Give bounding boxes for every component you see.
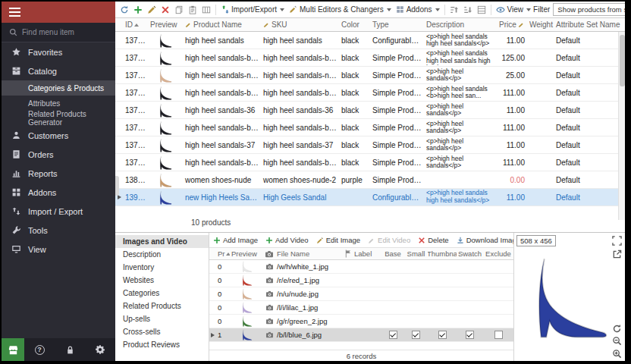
column-header-preview[interactable]: Preview (148, 20, 183, 29)
add-video-button[interactable]: Add Video (262, 233, 312, 247)
column-header-type[interactable]: Type (370, 20, 424, 29)
product-row[interactable]: 13817 women shoes-nude women shoes-nude-… (115, 171, 625, 189)
product-row[interactable]: 13738 high heel sandals-black-37 high he… (115, 119, 625, 136)
edit-product-button[interactable] (145, 4, 159, 16)
sidebar-item-favorites[interactable]: Favorites (2, 42, 115, 61)
columns-button[interactable] (199, 4, 213, 16)
product-row[interactable]: 13740 high heel sandals-black-38 high he… (115, 154, 625, 171)
column-header-price[interactable]: Price (497, 20, 527, 29)
copy-button[interactable] (172, 4, 186, 16)
sidebar-subitem-related-products-generator[interactable]: Related Products Generator (2, 111, 115, 126)
product-row[interactable]: 13736 high heel sandals-black-36 high he… (115, 84, 625, 102)
sort-descending-button[interactable] (461, 4, 475, 16)
product-row[interactable]: 13739 high heel sandals-37 high heel san… (115, 136, 625, 154)
sidebar-item-catalog[interactable]: Catalog (2, 61, 115, 80)
sidebar-item-orders[interactable]: Orders (2, 145, 115, 164)
add-image-button[interactable]: Add Image (209, 233, 262, 247)
column-header-image-preview[interactable]: Preview (230, 249, 263, 258)
help-button[interactable]: ? (28, 338, 51, 361)
scrollbar-thumb[interactable] (620, 35, 625, 86)
settings-gear-icon[interactable] (89, 338, 111, 361)
sort-ascending-button[interactable] (447, 4, 461, 16)
multi-editors-menu[interactable]: Multi Editors & Changers (287, 4, 394, 15)
sidebar-subitem-categories-products[interactable]: Categories & Products (2, 80, 115, 96)
column-header-description[interactable]: Description (424, 20, 497, 29)
refresh-button[interactable] (118, 4, 131, 16)
category-filter-select[interactable]: Show products from selected categories (553, 3, 625, 16)
column-header-id[interactable]: ID (123, 20, 148, 29)
product-sku: high heel sandals (261, 36, 339, 45)
image-row[interactable]: 1 /b/l/blue_6.jpg (209, 328, 513, 342)
fit-screen-icon[interactable] (612, 236, 622, 246)
column-header-color[interactable]: Color (339, 20, 370, 29)
sidebar-item-import-export[interactable]: Import / Export (2, 202, 115, 221)
sidebar-item-reports[interactable]: Reports (2, 164, 115, 183)
import-export-menu[interactable]: Import/Export (218, 4, 287, 15)
addons-menu[interactable]: Addons (394, 4, 442, 15)
tab-categories[interactable]: Categories (115, 287, 209, 300)
delete-product-button[interactable] (159, 4, 172, 16)
column-header-product-name[interactable]: Product Name (183, 20, 261, 29)
sidebar-item-customers[interactable]: Customers (2, 126, 115, 145)
small-checkbox[interactable] (412, 331, 420, 339)
image-thumbnail (230, 329, 263, 340)
tab-description[interactable]: Description (115, 248, 209, 261)
thumbnail-checkbox[interactable] (438, 331, 447, 339)
column-header-base[interactable]: Base (381, 249, 404, 258)
sidebar-subitem-attributes[interactable]: Attributes (2, 96, 115, 111)
product-row[interactable]: 13733 high heel sandals-nude high heel s… (115, 67, 625, 84)
column-header-attribute-set[interactable]: Attribute Set Name (554, 20, 625, 29)
sidebar-item-tools[interactable]: Tools (2, 221, 115, 240)
tab-inventory[interactable]: Inventory (115, 261, 209, 274)
column-header-weight[interactable]: Weight (527, 20, 554, 29)
hamburger-menu-icon[interactable] (9, 5, 20, 19)
zoom-in-icon[interactable] (612, 349, 622, 359)
column-header-thumbnail[interactable]: Thumbna (428, 249, 457, 258)
add-product-button[interactable] (131, 4, 145, 16)
sidebar-item-addons[interactable]: Addons (2, 183, 115, 202)
tab-websites[interactable]: Websites (115, 274, 209, 287)
column-header-small[interactable]: Small (404, 249, 428, 258)
view-menu[interactable]: View (494, 4, 534, 16)
open-external-icon[interactable] (612, 249, 622, 259)
product-row[interactable]: 13731 high heel sandals high heel sandal… (115, 32, 625, 49)
edit-image-button[interactable]: Edit Image (312, 233, 364, 247)
lock-icon[interactable] (58, 338, 81, 361)
column-header-position[interactable]: Pr (216, 249, 230, 258)
column-header-swatch[interactable]: Swatch (457, 249, 483, 258)
exclude-checkbox[interactable] (494, 331, 503, 339)
download-image-button[interactable]: Download Image (453, 233, 513, 247)
base-checkbox[interactable] (389, 331, 397, 339)
product-row[interactable]: 13931 new High Heels Sandals High Geels … (115, 189, 625, 206)
menu-search-input[interactable] (22, 28, 98, 36)
tab-up-sells[interactable]: Up-sells (115, 312, 209, 325)
tab-related-products[interactable]: Related Products (115, 300, 209, 312)
image-row[interactable]: 0 /l/i/lilac_1.jpg (209, 301, 513, 315)
paste-button[interactable] (186, 4, 199, 16)
tab-images-and-video[interactable]: Images and Video (115, 235, 209, 248)
vertical-scrollbar[interactable] (618, 32, 625, 220)
delete-image-button[interactable]: Delete (414, 233, 452, 247)
tab-cross-sells[interactable]: Cross-sells (115, 325, 209, 338)
column-header-sku[interactable]: SKU (261, 20, 339, 29)
edit-video-button[interactable]: Edit Video (364, 233, 414, 247)
column-header-label[interactable]: Label (353, 249, 381, 258)
column-header-exclude[interactable]: Exclude (483, 249, 513, 258)
tab-product-reviews[interactable]: Product Reviews (115, 338, 209, 351)
swatch-checkbox[interactable] (466, 331, 474, 339)
column-header-file-name[interactable]: File Name (275, 249, 342, 258)
image-row[interactable]: 0 /w/h/white_1.jpg (209, 260, 513, 274)
expand-rows-button[interactable] (475, 4, 488, 16)
image-row[interactable]: 0 /r/e/red_1.jpg (209, 274, 513, 287)
product-row[interactable]: 13732 high heel sandals-black high heel … (115, 49, 625, 67)
image-row[interactable]: 0 /g/r/green_2.jpg (209, 315, 513, 328)
rotate-icon[interactable] (612, 324, 622, 334)
menu-search[interactable] (2, 23, 115, 42)
sidebar-item-view[interactable]: View (2, 240, 115, 259)
panel-splitter[interactable] (115, 176, 119, 196)
store-button[interactable] (2, 338, 24, 361)
expander-arrow-icon[interactable] (118, 195, 121, 199)
image-row[interactable]: 0 /n/u/nude.jpg (209, 287, 513, 301)
zoom-out-icon[interactable] (612, 336, 622, 346)
product-row[interactable]: 13737 high heel sandals-36 high heel san… (115, 102, 625, 119)
